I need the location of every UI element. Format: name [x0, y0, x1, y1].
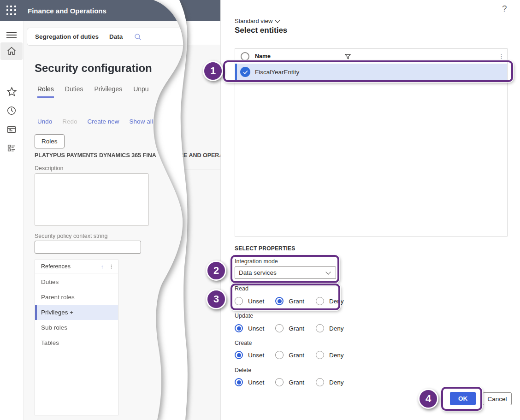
sort-ascending-icon[interactable]: ↑: [101, 263, 104, 270]
references-title: References: [41, 263, 101, 270]
annotation-box-step4: [441, 387, 482, 411]
annotation-step-4: 4: [418, 389, 438, 409]
redo-link[interactable]: Redo: [62, 118, 77, 125]
view-selector[interactable]: Standard view: [235, 18, 279, 24]
task-list-icon[interactable]: [0, 140, 23, 157]
app-launcher-icon[interactable]: [6, 6, 17, 16]
select-all-checkbox[interactable]: [241, 52, 249, 61]
side-nav: [0, 21, 24, 420]
radio-delete-grant[interactable]: Grant: [275, 378, 304, 386]
radio-delete-unset[interactable]: Unset: [235, 378, 264, 386]
undo-link[interactable]: Undo: [37, 118, 52, 125]
screen: NCE AND OPERA Finance and Operations: [0, 0, 520, 420]
annotation-box-step1: [223, 60, 513, 82]
radio-create-unset[interactable]: Unset: [235, 351, 264, 359]
dialog-title: Select entities: [235, 26, 287, 35]
grid-more-options-icon[interactable]: ⋮: [498, 53, 504, 59]
tab-roles[interactable]: Roles: [37, 85, 54, 98]
help-icon[interactable]: ?: [502, 4, 507, 14]
reference-item-tables[interactable]: Tables: [35, 335, 118, 350]
view-selector-label: Standard view: [235, 18, 272, 24]
tab-unpublished[interactable]: Unpu: [133, 85, 148, 98]
create-radio-group: Unset Grant Deny: [235, 351, 344, 359]
annotation-step-2: 2: [206, 260, 226, 281]
radio-update-deny[interactable]: Deny: [316, 324, 344, 332]
annotation-step-1: 1: [203, 61, 223, 81]
annotation-box-step3: [230, 284, 340, 310]
description-label: Description: [35, 165, 64, 172]
description-textarea[interactable]: [35, 173, 149, 226]
update-label: Update: [235, 313, 253, 319]
reference-item-privileges[interactable]: Privileges +: [35, 305, 118, 320]
reference-item-parent-roles[interactable]: Parent roles: [35, 290, 118, 305]
main-app-fragment: Finance and Operations: [0, 0, 198, 420]
workspaces-icon[interactable]: [0, 121, 23, 138]
filter-icon[interactable]: [344, 53, 351, 60]
cancel-button[interactable]: Cancel: [483, 392, 512, 405]
recent-clock-icon[interactable]: [0, 102, 23, 119]
navigation-search-bar[interactable]: Segregation of duties Data: [27, 28, 187, 46]
tab-privileges[interactable]: Privileges: [94, 85, 122, 98]
section-title: PLATYPUS PAYMENTS DYNAMICS 365 FINA: [35, 152, 156, 159]
radio-delete-deny[interactable]: Deny: [316, 378, 344, 386]
column-header-name[interactable]: Name: [255, 53, 271, 59]
security-policy-input[interactable]: [35, 241, 141, 254]
security-policy-label: Security policy context string: [35, 233, 107, 239]
tab-duties[interactable]: Duties: [65, 85, 83, 98]
home-icon[interactable]: [0, 43, 23, 59]
delete-radio-group: Unset Grant Deny: [235, 378, 344, 386]
create-label: Create: [235, 340, 252, 346]
references-panel: References ↑ ⋮ Duties Parent roles Privi…: [35, 260, 118, 415]
annotation-step-3: 3: [206, 289, 226, 309]
show-all-link[interactable]: Show all l: [130, 118, 156, 125]
delete-label: Delete: [235, 367, 251, 373]
radio-update-grant[interactable]: Grant: [275, 324, 304, 332]
reference-item-duties[interactable]: Duties: [35, 274, 118, 290]
reference-item-sub-roles[interactable]: Sub roles: [35, 320, 118, 335]
search-icon[interactable]: [134, 33, 142, 41]
favorites-star-icon[interactable]: [0, 83, 23, 100]
page-tabs: Roles Duties Privileges Unpu: [37, 85, 149, 98]
top-bar: Finance and Operations: [0, 0, 198, 21]
menu-icon[interactable]: [0, 27, 23, 43]
references-header: References ↑ ⋮: [35, 260, 118, 273]
create-new-link[interactable]: Create new: [88, 118, 119, 125]
radio-create-deny[interactable]: Deny: [316, 351, 344, 359]
select-properties-heading: SELECT PROPERTIES: [235, 245, 295, 252]
radio-create-grant[interactable]: Grant: [275, 351, 304, 359]
breadcrumb-module[interactable]: Segregation of duties: [35, 33, 99, 40]
roles-button[interactable]: Roles: [35, 134, 65, 148]
chevron-down-icon: [275, 18, 280, 23]
action-links: Undo Redo Create new Show all l: [37, 118, 156, 125]
annotation-box-step2: [230, 255, 339, 283]
update-radio-group: Unset Grant Deny: [235, 324, 344, 332]
more-options-icon[interactable]: ⋮: [108, 263, 114, 270]
app-title: Finance and Operations: [28, 7, 106, 15]
page-title: Security configuration: [35, 62, 152, 75]
radio-update-unset[interactable]: Unset: [235, 324, 264, 332]
breadcrumb-page[interactable]: Data: [109, 33, 123, 40]
